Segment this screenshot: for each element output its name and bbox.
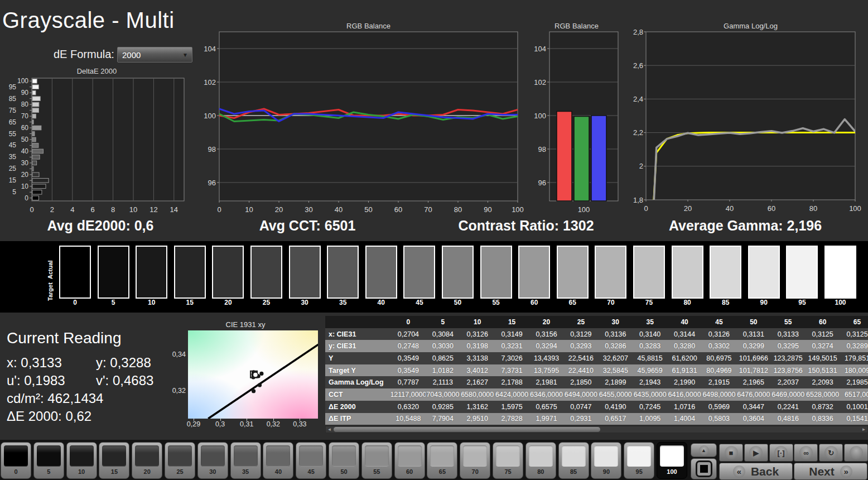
ramp-swatch-label: 35 (326, 299, 360, 306)
next-button[interactable]: Next» (794, 463, 867, 480)
table-cell: 2,7828 (495, 413, 529, 425)
pattern-up-button[interactable]: ▲ (691, 443, 717, 457)
pattern-button-label: 75 (493, 468, 523, 475)
table-cell: 0,8732 (806, 401, 840, 413)
pattern-button-55[interactable]: 55 (361, 442, 392, 479)
table-cell: 0,2931 (563, 413, 598, 425)
table-corner (325, 316, 391, 328)
table-cell: 0,6320 (391, 401, 426, 413)
ramp-swatch-label: 5 (97, 299, 131, 306)
table-column-header: 15 (495, 316, 529, 328)
ramp-swatch-label: 60 (517, 299, 551, 306)
table-cell: 0,5969 (702, 401, 736, 413)
table-cell: 80,4969 (702, 364, 736, 377)
calibration-app: Grayscale - Multi dE Formula: 2000 ▼ Del… (0, 0, 868, 480)
pattern-button-100[interactable]: 100 (657, 442, 687, 479)
pattern-button-95[interactable]: 95 (624, 442, 654, 479)
table-cell: 0,3125 (806, 328, 840, 340)
svg-text:100: 100 (204, 112, 216, 120)
pattern-button-5[interactable]: 5 (33, 442, 64, 479)
table-cell: 3,4012 (460, 364, 495, 377)
svg-text:6: 6 (91, 205, 95, 212)
cie-x-tick-label: 0,3 (215, 420, 225, 428)
pattern-button-25[interactable]: 25 (165, 442, 195, 479)
table-column-header: 35 (633, 316, 667, 328)
table-cell: 2,1915 (702, 376, 736, 388)
table-cell: 0,3549 (391, 364, 426, 377)
ramp-swatch (786, 246, 818, 299)
table-cell: 6528,0000 (806, 388, 840, 401)
refresh-button[interactable]: ↻ (819, 444, 843, 462)
svg-text:8: 8 (111, 205, 115, 212)
pattern-swatch (365, 445, 389, 467)
ramp-swatch-label: 85 (708, 299, 742, 306)
cie-x-tick (300, 419, 300, 421)
svg-text:96: 96 (538, 179, 546, 187)
measurement-table: 05101520253035404550556065x: CIE310,2704… (325, 316, 868, 425)
table-cell: 1,9971 (529, 413, 564, 425)
ramp-swatch-label: 75 (632, 299, 666, 306)
pattern-swatch (627, 445, 651, 467)
pattern-button-20[interactable]: 20 (132, 442, 162, 479)
svg-text:0: 0 (30, 205, 33, 212)
table-cell: 0,7245 (633, 401, 667, 413)
pattern-swatch (594, 445, 618, 467)
table-cell: 80,6975 (702, 352, 736, 364)
ramp-swatch-label: 30 (288, 299, 322, 306)
pattern-button-0[interactable]: 0 (1, 442, 31, 479)
table-cell: 6498,0000 (702, 388, 736, 401)
table-cell: 0,3299 (736, 340, 771, 352)
table-cell: 0,8625 (426, 352, 460, 364)
play-button[interactable]: ▶ (744, 444, 768, 462)
scroll-right-button[interactable]: ► (860, 426, 867, 433)
pattern-button-85[interactable]: 85 (558, 442, 589, 479)
pattern-button-40[interactable]: 40 (263, 442, 293, 479)
svg-text:104: 104 (534, 45, 546, 53)
infinity-button[interactable]: ∞ (794, 444, 818, 462)
pattern-button-label: 25 (165, 468, 195, 475)
pattern-button-50[interactable]: 50 (329, 442, 359, 479)
cie-x-tick-label: 0,29 (187, 420, 200, 428)
table-cell: 0,4190 (598, 401, 633, 413)
de-formula-select[interactable]: 2000 ▼ (117, 47, 192, 63)
pattern-swatch (529, 445, 553, 467)
scroll-thumb[interactable] (334, 427, 600, 432)
ramp-swatch (672, 246, 703, 299)
rgb-balance-line-chart: RGB Balance96981001021040102030405060708… (201, 21, 524, 217)
pattern-button-70[interactable]: 70 (460, 442, 490, 479)
pattern-button-30[interactable]: 30 (197, 442, 228, 479)
svg-text:60: 60 (21, 124, 29, 132)
table-cell: 180,009 (840, 364, 868, 377)
table-cell: 0,3604 (736, 413, 771, 425)
table-cell: 123,2875 (771, 352, 806, 364)
ramp-swatch (595, 246, 626, 299)
table-cell: 6580,0000 (460, 388, 495, 401)
svg-text:50: 50 (21, 136, 29, 143)
pattern-button-10[interactable]: 10 (66, 442, 97, 479)
back-button[interactable]: «Back (719, 463, 793, 480)
pattern-button-60[interactable]: 60 (394, 442, 425, 479)
svg-text:4: 4 (70, 205, 74, 212)
pattern-button-65[interactable]: 65 (427, 442, 457, 479)
pattern-button-75[interactable]: 75 (493, 442, 523, 479)
svg-text:70: 70 (424, 205, 432, 214)
pattern-button-15[interactable]: 15 (99, 442, 129, 479)
window-size-button[interactable] (691, 458, 717, 479)
table-cell: 61,6200 (667, 352, 702, 364)
table-cell: 0,7787 (391, 376, 426, 388)
measure-range-button[interactable]: [·] (769, 444, 793, 462)
pattern-button-45[interactable]: 45 (296, 442, 326, 479)
scroll-left-button[interactable]: ◄ (326, 426, 333, 433)
ramp-swatch (557, 246, 589, 299)
probe-button[interactable] (844, 444, 868, 462)
pattern-button-90[interactable]: 90 (591, 442, 621, 479)
table-scrollbar[interactable]: ◄ ► (325, 426, 868, 433)
cie-x-tick-label: 0,33 (293, 420, 306, 428)
stop-button[interactable]: ■ (719, 444, 743, 462)
table-cell: 45,9659 (633, 364, 667, 377)
pattern-button-80[interactable]: 80 (525, 442, 556, 479)
ramp-swatch-label: 100 (823, 299, 857, 306)
pattern-button-35[interactable]: 35 (230, 442, 261, 479)
cie-x-tick-label: 0,31 (240, 420, 253, 428)
pattern-button-label: 70 (460, 468, 490, 475)
